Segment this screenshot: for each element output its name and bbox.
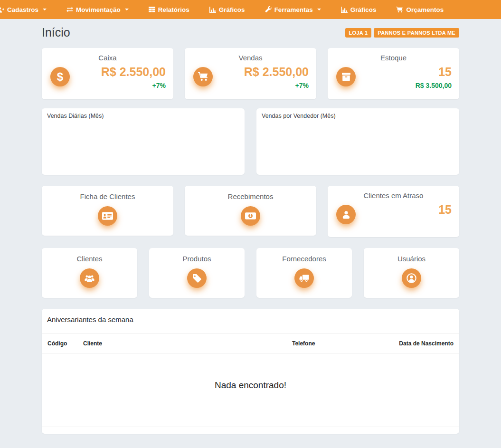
bar-chart-icon <box>209 7 216 13</box>
vendas-trend: +7% <box>295 82 309 89</box>
cart-glyph <box>198 72 208 81</box>
card-title: Estoque <box>335 54 452 62</box>
nav-item-ferramentas[interactable]: Ferramentas <box>255 0 331 19</box>
company-badge[interactable]: PANNOS E PANNOS LTDA ME <box>374 28 459 38</box>
top-navbar: Cadastros Movimentação Relatórios Gráfic… <box>0 0 501 19</box>
card-estoque[interactable]: Estoque 15 R$ 3.500,00 <box>328 48 459 99</box>
card-title: Vendas <box>192 54 309 62</box>
user-circle-glyph <box>406 273 416 283</box>
card-produtos[interactable]: Produtos <box>149 248 245 298</box>
chart-title: Vendas por Vendedor (Mês) <box>262 113 454 119</box>
nav-item-relatorios[interactable]: Relatórios <box>139 0 199 19</box>
cart-icon <box>193 67 213 86</box>
id-card-glyph <box>102 212 113 220</box>
column-header-telefone: Telefone <box>292 340 367 347</box>
card-title: Fornecedores <box>262 255 346 263</box>
card-usuarios[interactable]: Usuários <box>364 248 459 298</box>
nav-item-orcamentos[interactable]: Orçamentos <box>386 0 454 19</box>
card-title: Usuários <box>369 255 454 263</box>
caixa-value: R$ 2.550,00 <box>101 65 166 79</box>
nav-item-graficos-2[interactable]: Gráficos <box>331 0 387 19</box>
chart-row: Vendas Diárias (Mês) Vendas por Vendedor… <box>42 108 459 175</box>
store-badges: LOJA 1 PANNOS E PANNOS LTDA ME <box>345 28 459 38</box>
card-title: Clientes em Atraso <box>335 191 452 200</box>
card-recebimentos[interactable]: Recebimentos 1 <box>185 186 316 236</box>
truck-icon <box>294 268 314 288</box>
column-header-codigo: Código <box>47 340 83 347</box>
vendas-value: R$ 2.550,00 <box>244 65 309 79</box>
chevron-down-icon <box>125 9 129 10</box>
nav-item-label: Cadastros <box>7 6 38 13</box>
birthdays-panel-title: Aniversariantes da semana <box>42 309 459 334</box>
cart-icon <box>396 7 403 13</box>
store-badge[interactable]: LOJA 1 <box>345 28 372 38</box>
dollar-glyph: $ <box>57 71 63 83</box>
nav-item-label: Ferramentas <box>274 6 313 13</box>
card-title: Recebimentos <box>190 192 311 200</box>
money-bill-glyph: 1 <box>245 212 256 219</box>
page-title: Início <box>42 26 70 39</box>
user-glyph <box>342 210 350 219</box>
nav-item-graficos-1[interactable]: Gráficos <box>199 0 255 19</box>
svg-text:1: 1 <box>249 213 252 218</box>
shortcut-card-row: Clientes Produtos Fornecedores Usuários <box>42 248 459 298</box>
nav-item-label: Gráficos <box>219 6 245 13</box>
card-title: Produtos <box>155 255 239 263</box>
box-icon <box>336 67 356 86</box>
birthdays-panel: Aniversariantes da semana Código Cliente… <box>42 309 459 434</box>
exchange-icon <box>66 7 73 12</box>
tag-icon <box>187 268 207 288</box>
chart-title: Vendas Diárias (Mês) <box>47 113 239 119</box>
tag-glyph <box>192 274 201 283</box>
card-title: Caixa <box>49 54 166 62</box>
empty-state-message: Nada encontrado! <box>42 353 459 427</box>
card-clientes-atraso[interactable]: Clientes em Atraso 15 <box>328 186 459 237</box>
action-card-row: Ficha de Clientes Recebimentos 1 Cliente… <box>42 186 459 237</box>
card-title: Ficha de Clientes <box>47 192 168 200</box>
page-header: Início LOJA 1 PANNOS E PANNOS LTDA ME <box>42 19 459 48</box>
table-icon <box>149 7 155 12</box>
card-fornecedores[interactable]: Fornecedores <box>256 248 352 298</box>
card-title: Clientes <box>47 255 132 263</box>
user-circle-icon <box>402 268 421 288</box>
nav-item-label: Movimentação <box>76 6 121 13</box>
dollar-icon: $ <box>50 67 70 86</box>
column-header-data-nascimento: Data de Nascimento <box>367 340 454 347</box>
card-ficha-clientes[interactable]: Ficha de Clientes <box>42 186 173 236</box>
chart-vendas-vendedor: Vendas por Vendedor (Mês) <box>256 108 459 175</box>
caixa-trend: +7% <box>152 82 166 89</box>
table-footer <box>42 427 459 434</box>
nav-item-cadastros[interactable]: Cadastros <box>0 0 57 19</box>
chart-vendas-diarias: Vendas Diárias (Mês) <box>42 108 245 175</box>
column-header-cliente: Cliente <box>83 340 292 347</box>
users-icon <box>80 268 99 288</box>
birthdays-table-header: Código Cliente Telefone Data de Nascimen… <box>42 334 459 353</box>
nav-item-label: Orçamentos <box>406 6 444 13</box>
card-caixa[interactable]: Caixa $ R$ 2.550,00 +7% <box>42 48 173 99</box>
user-icon <box>336 205 356 224</box>
main-content: Início LOJA 1 PANNOS E PANNOS LTDA ME Ca… <box>42 19 459 434</box>
nav-item-movimentacao[interactable]: Movimentação <box>57 0 139 19</box>
chevron-down-icon <box>317 9 321 10</box>
truck-glyph <box>299 274 309 282</box>
box-glyph <box>341 73 351 81</box>
estoque-value: R$ 3.500,00 <box>416 82 452 89</box>
users-glyph <box>85 274 95 282</box>
estoque-count: 15 <box>438 65 452 79</box>
id-card-icon <box>98 206 117 226</box>
card-clientes[interactable]: Clientes <box>42 248 137 298</box>
nav-item-label: Gráficos <box>350 6 377 13</box>
chevron-down-icon <box>43 9 47 10</box>
money-bill-icon: 1 <box>241 206 260 226</box>
user-plus-icon <box>0 7 4 13</box>
clientes-atraso-count: 15 <box>438 203 452 217</box>
bar-chart-icon <box>341 7 348 13</box>
wrench-icon <box>265 6 272 13</box>
stat-card-row: Caixa $ R$ 2.550,00 +7% Vendas R$ 2.550,… <box>42 48 459 99</box>
nav-item-label: Relatórios <box>158 6 189 13</box>
card-vendas[interactable]: Vendas R$ 2.550,00 +7% <box>185 48 316 99</box>
